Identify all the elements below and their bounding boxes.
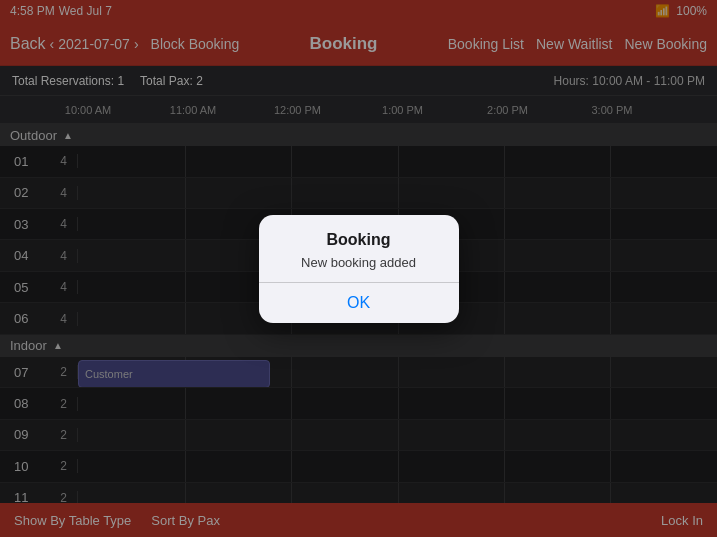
modal-content: Booking New booking added	[259, 215, 459, 282]
modal-overlay: Booking New booking added OK	[0, 0, 717, 537]
modal-actions: OK	[259, 283, 459, 323]
modal-message: New booking added	[275, 255, 443, 270]
modal-dialog: Booking New booking added OK	[259, 215, 459, 323]
modal-title: Booking	[275, 231, 443, 249]
modal-ok-button[interactable]: OK	[259, 283, 459, 323]
